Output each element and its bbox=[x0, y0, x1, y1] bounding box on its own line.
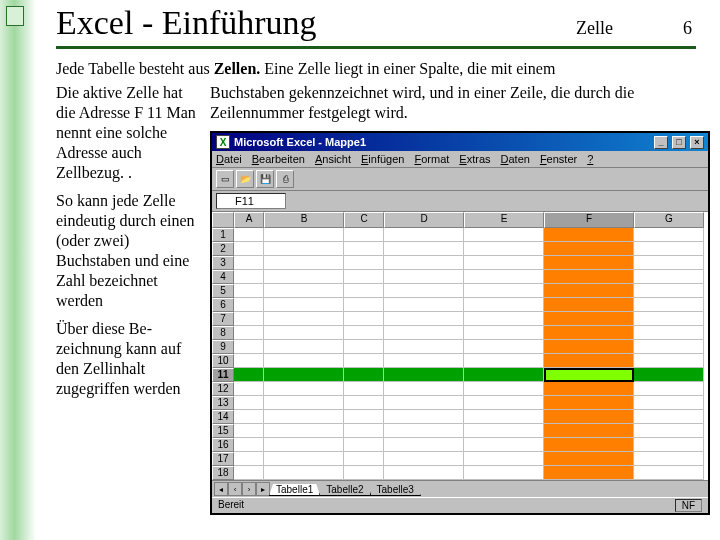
cell[interactable] bbox=[634, 228, 704, 242]
cell[interactable] bbox=[384, 256, 464, 270]
cell[interactable] bbox=[344, 438, 384, 452]
row-header[interactable]: 17 bbox=[212, 452, 234, 466]
cell[interactable] bbox=[384, 396, 464, 410]
column-header[interactable]: D bbox=[384, 212, 464, 228]
cell[interactable] bbox=[264, 270, 344, 284]
save-button[interactable]: 💾 bbox=[256, 170, 274, 188]
cell[interactable] bbox=[234, 298, 264, 312]
cell[interactable] bbox=[344, 270, 384, 284]
menu-item[interactable]: Datei bbox=[216, 153, 242, 165]
cell[interactable] bbox=[234, 284, 264, 298]
cell[interactable] bbox=[464, 242, 544, 256]
cell[interactable] bbox=[634, 256, 704, 270]
cell[interactable] bbox=[464, 284, 544, 298]
cell[interactable] bbox=[544, 410, 634, 424]
cell[interactable] bbox=[464, 466, 544, 480]
cell[interactable] bbox=[234, 228, 264, 242]
cell[interactable] bbox=[464, 368, 544, 382]
cell[interactable] bbox=[264, 452, 344, 466]
column-header[interactable]: B bbox=[264, 212, 344, 228]
print-button[interactable]: ⎙ bbox=[276, 170, 294, 188]
cell[interactable] bbox=[384, 340, 464, 354]
row-header[interactable]: 15 bbox=[212, 424, 234, 438]
cell[interactable] bbox=[344, 340, 384, 354]
menu-item[interactable]: Ansicht bbox=[315, 153, 351, 165]
cell[interactable] bbox=[544, 270, 634, 284]
sheet-tabs[interactable]: ◂ ‹ › ▸ Tabelle1Tabelle2Tabelle3 bbox=[212, 480, 708, 497]
cell[interactable] bbox=[544, 242, 634, 256]
cell[interactable] bbox=[544, 368, 634, 382]
maximize-button[interactable]: □ bbox=[672, 136, 686, 149]
row-header[interactable]: 6 bbox=[212, 298, 234, 312]
row-header[interactable]: 4 bbox=[212, 270, 234, 284]
row-header[interactable]: 11 bbox=[212, 368, 234, 382]
cell[interactable] bbox=[544, 340, 634, 354]
cell[interactable] bbox=[344, 368, 384, 382]
column-header[interactable]: C bbox=[344, 212, 384, 228]
cell[interactable] bbox=[464, 424, 544, 438]
cell[interactable] bbox=[634, 424, 704, 438]
cell[interactable] bbox=[544, 228, 634, 242]
sheet-tab[interactable]: Tabelle3 bbox=[370, 484, 421, 496]
cell[interactable] bbox=[384, 354, 464, 368]
cell[interactable] bbox=[234, 382, 264, 396]
row-header[interactable]: 10 bbox=[212, 354, 234, 368]
cell[interactable] bbox=[344, 312, 384, 326]
cell[interactable] bbox=[634, 466, 704, 480]
select-all-corner[interactable] bbox=[212, 212, 234, 228]
menubar[interactable]: DateiBearbeitenAnsichtEinfügenFormatExtr… bbox=[212, 151, 708, 168]
cell[interactable] bbox=[264, 410, 344, 424]
cell[interactable] bbox=[344, 424, 384, 438]
cell[interactable] bbox=[234, 452, 264, 466]
cell[interactable] bbox=[344, 326, 384, 340]
cell[interactable] bbox=[384, 242, 464, 256]
cell[interactable] bbox=[234, 354, 264, 368]
cell[interactable] bbox=[464, 410, 544, 424]
cell[interactable] bbox=[544, 256, 634, 270]
column-header[interactable]: A bbox=[234, 212, 264, 228]
cell[interactable] bbox=[634, 354, 704, 368]
cell[interactable] bbox=[544, 284, 634, 298]
row-header[interactable]: 1 bbox=[212, 228, 234, 242]
menu-item[interactable]: Daten bbox=[501, 153, 530, 165]
sheet-tab[interactable]: Tabelle2 bbox=[319, 484, 370, 496]
cell[interactable] bbox=[544, 452, 634, 466]
cell[interactable] bbox=[264, 242, 344, 256]
column-header[interactable]: G bbox=[634, 212, 704, 228]
cell[interactable] bbox=[384, 466, 464, 480]
row-header[interactable]: 2 bbox=[212, 242, 234, 256]
cell[interactable] bbox=[634, 368, 704, 382]
cell[interactable] bbox=[634, 284, 704, 298]
cell[interactable] bbox=[264, 256, 344, 270]
close-button[interactable]: × bbox=[690, 136, 704, 149]
cell[interactable] bbox=[264, 368, 344, 382]
cell[interactable] bbox=[544, 354, 634, 368]
row-header[interactable]: 7 bbox=[212, 312, 234, 326]
cell[interactable] bbox=[384, 228, 464, 242]
cell[interactable] bbox=[464, 354, 544, 368]
minimize-button[interactable]: _ bbox=[654, 136, 668, 149]
menu-item[interactable]: Fenster bbox=[540, 153, 577, 165]
cell[interactable] bbox=[264, 396, 344, 410]
cell[interactable] bbox=[634, 452, 704, 466]
cell[interactable] bbox=[464, 270, 544, 284]
cell[interactable] bbox=[384, 438, 464, 452]
formula-bar[interactable]: F11 bbox=[212, 191, 708, 212]
row-header[interactable]: 14 bbox=[212, 410, 234, 424]
menu-item[interactable]: ? bbox=[587, 153, 593, 165]
cell[interactable] bbox=[264, 228, 344, 242]
cell[interactable] bbox=[264, 382, 344, 396]
cell[interactable] bbox=[464, 438, 544, 452]
cell[interactable] bbox=[384, 326, 464, 340]
row-header[interactable]: 8 bbox=[212, 326, 234, 340]
cell[interactable] bbox=[464, 396, 544, 410]
cell[interactable] bbox=[384, 298, 464, 312]
cell[interactable] bbox=[384, 410, 464, 424]
cell[interactable] bbox=[234, 410, 264, 424]
cell[interactable] bbox=[264, 298, 344, 312]
cell[interactable] bbox=[384, 452, 464, 466]
cell[interactable] bbox=[264, 424, 344, 438]
cell[interactable] bbox=[384, 424, 464, 438]
cell[interactable] bbox=[234, 466, 264, 480]
column-header[interactable]: F bbox=[544, 212, 634, 228]
